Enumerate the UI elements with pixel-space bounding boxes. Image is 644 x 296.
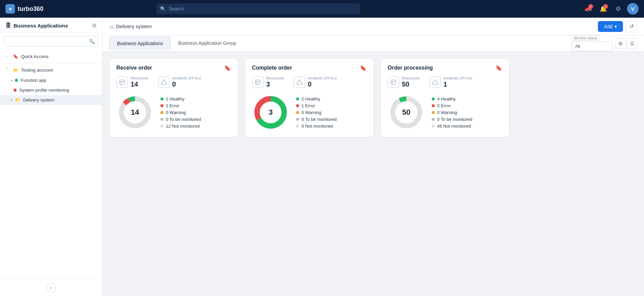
order-processing-incidents-value: 1 bbox=[444, 80, 472, 88]
testing-account-label: Testing account bbox=[21, 68, 53, 73]
legend-warning: 0 Warning bbox=[160, 110, 201, 115]
main-layout: 🗄 Business Applications ⚙ 🔍 › 🔖 Quick Ac… bbox=[0, 18, 644, 296]
receive-order-donut-total: 14 bbox=[131, 108, 139, 117]
order-processing-bookmark-icon[interactable]: 🔖 bbox=[495, 65, 502, 71]
sidebar-item-quick-access[interactable]: › 🔖 Quick Access bbox=[0, 51, 102, 62]
processing-healthy-dot bbox=[432, 97, 435, 100]
sidebar-gear-icon[interactable]: ⚙ bbox=[92, 22, 97, 29]
legend-healthy: 1 Healthy bbox=[160, 96, 201, 101]
order-processing-resources-label: Resources bbox=[402, 76, 420, 80]
notifications-bell-button[interactable]: 🔔 1 bbox=[597, 3, 609, 15]
not-monitored-label: 12 Not monitored bbox=[166, 124, 200, 129]
svg-rect-7 bbox=[255, 80, 260, 85]
sidebar-item-system-profile-monitoring[interactable]: System profile monitoring bbox=[0, 85, 102, 95]
add-button[interactable]: Add ▾ bbox=[598, 21, 623, 32]
processing-to-be-monitored-label: 0 To be monitored bbox=[437, 117, 472, 122]
order-processing-incidents-label: Incidents (24 hrs) bbox=[444, 76, 472, 80]
error-label: 1 Error bbox=[166, 103, 179, 108]
monitor-status-select[interactable]: All Healthy Error Warning Not monitored bbox=[571, 41, 613, 51]
main-header: 🗂 Delivery system Add ▾ ↺ bbox=[102, 18, 644, 35]
order-processing-resources: Resources 50 bbox=[388, 76, 420, 88]
complete-incidents-triangle-icon bbox=[294, 76, 305, 88]
list-view-button[interactable]: ☰ bbox=[627, 38, 637, 49]
card-complete-order-body: 3 2 Healthy 1 Error 0 Warn bbox=[252, 94, 367, 131]
receive-order-resources-label: Resources bbox=[131, 76, 149, 80]
tab-business-application-group[interactable]: Business Application Group bbox=[171, 36, 243, 51]
function-app-status-dot bbox=[15, 79, 18, 82]
search-icon: 🔍 bbox=[160, 6, 166, 12]
sidebar-search-container: 🔍 bbox=[0, 33, 102, 50]
receive-order-incidents: Incidents (24 hrs) 0 bbox=[158, 76, 201, 88]
complete-resources-box-icon bbox=[252, 76, 264, 88]
card-receive-order-body: 14 1 Healthy 1 Error 0 War bbox=[116, 94, 231, 131]
complete-order-incidents-value: 0 bbox=[308, 80, 337, 88]
complete-legend-not-monitored: 0 Not monitored bbox=[296, 124, 337, 129]
grid-view-button[interactable]: ⊞ bbox=[616, 38, 626, 49]
complete-order-resources: Resources 3 bbox=[252, 76, 284, 88]
monitor-status-label: Monitor status bbox=[571, 35, 600, 41]
sidebar-title-text: Business Applications bbox=[14, 23, 68, 29]
search-input[interactable] bbox=[157, 3, 360, 14]
card-order-processing-header: Order processing 🔖 bbox=[388, 65, 502, 71]
main-header-actions: Add ▾ ↺ bbox=[598, 21, 637, 32]
healthy-label: 1 Healthy bbox=[166, 96, 184, 101]
complete-error-label: 1 Error bbox=[301, 103, 315, 108]
logo-text: turbo360 bbox=[18, 5, 43, 13]
breadcrumb-icon: 🗂 bbox=[109, 24, 114, 29]
warning-label: 0 Warning bbox=[166, 110, 186, 115]
notifications-megaphone-button[interactable]: 📣 1 bbox=[582, 3, 594, 15]
sidebar-item-function-app[interactable]: › Function app bbox=[0, 75, 102, 85]
card-order-processing-stats: Resources 50 Incidents (24 hrs) 1 bbox=[388, 76, 502, 88]
sidebar-search-input[interactable] bbox=[4, 36, 98, 47]
avatar-label: V bbox=[631, 6, 635, 12]
order-processing-resources-value: 50 bbox=[402, 80, 420, 88]
processing-error-label: 0 Error bbox=[437, 103, 451, 108]
card-receive-order: Receive order 🔖 Resources 14 bbox=[109, 58, 238, 137]
receive-order-bookmark-icon[interactable]: 🔖 bbox=[224, 65, 231, 71]
card-order-processing: Order processing 🔖 Resources 50 bbox=[380, 58, 509, 137]
receive-order-resources-info: Resources 14 bbox=[131, 76, 149, 88]
grid-icon: ⊞ bbox=[619, 41, 623, 46]
refresh-button[interactable]: ↺ bbox=[626, 21, 637, 32]
delivery-system-label: Delivery system bbox=[23, 97, 54, 103]
sidebar-item-testing-account[interactable]: › 📁 Testing account bbox=[0, 65, 102, 75]
search-bar: 🔍 bbox=[157, 3, 360, 14]
complete-legend-error: 1 Error bbox=[296, 103, 337, 108]
delivery-system-chevron-icon: › bbox=[11, 97, 12, 103]
error-dot bbox=[160, 104, 163, 107]
processing-legend-warning: 0 Warning bbox=[432, 110, 472, 115]
sidebar: 🗄 Business Applications ⚙ 🔍 › 🔖 Quick Ac… bbox=[0, 18, 102, 296]
main-content: 🗂 Delivery system Add ▾ ↺ Business Appli… bbox=[102, 18, 644, 296]
processing-legend-not-monitored: 46 Not monitored bbox=[432, 124, 472, 129]
complete-order-bookmark-icon[interactable]: 🔖 bbox=[360, 65, 367, 71]
legend-not-monitored: 12 Not monitored bbox=[160, 124, 201, 129]
user-avatar-button[interactable]: V bbox=[627, 3, 639, 15]
sidebar-item-delivery-system[interactable]: › 📁 Delivery system bbox=[0, 95, 102, 105]
order-processing-donut-total: 50 bbox=[402, 108, 410, 117]
order-processing-incidents-info: Incidents (24 hrs) 1 bbox=[444, 76, 472, 88]
order-processing-resources-info: Resources 50 bbox=[402, 76, 420, 88]
logo-icon: ⌾ bbox=[5, 4, 15, 14]
tab-business-applications[interactable]: Business Applications bbox=[109, 36, 171, 50]
sidebar-navigation: › 🔖 Quick Access › 📁 Testing account › F… bbox=[0, 50, 102, 279]
svg-rect-12 bbox=[391, 80, 396, 85]
cards-area: Receive order 🔖 Resources 14 bbox=[102, 52, 644, 296]
add-chevron-down-icon: ▾ bbox=[614, 24, 617, 29]
complete-error-dot bbox=[296, 104, 299, 107]
card-order-processing-body: 50 4 Healthy 0 Error 0 War bbox=[388, 94, 502, 131]
function-app-label: Function app bbox=[21, 78, 46, 83]
complete-order-donut: 3 bbox=[252, 94, 289, 131]
list-icon: ☰ bbox=[630, 41, 635, 46]
testing-account-chevron-icon: › bbox=[6, 68, 10, 73]
sidebar-search-icon: 🔍 bbox=[89, 39, 95, 44]
complete-order-donut-total: 3 bbox=[269, 108, 273, 117]
delivery-system-folder-icon: 📁 bbox=[15, 97, 20, 103]
processing-incidents-triangle-icon bbox=[429, 76, 441, 88]
bell-badge: 1 bbox=[603, 4, 608, 9]
settings-button[interactable]: ⚙ bbox=[612, 3, 624, 15]
complete-to-be-monitored-dot bbox=[296, 118, 299, 121]
function-app-chevron-icon: › bbox=[11, 78, 12, 83]
logo: ⌾ turbo360 bbox=[5, 4, 43, 14]
sidebar-collapse-button[interactable]: ‹ bbox=[46, 283, 56, 293]
order-processing-legend: 4 Healthy 0 Error 0 Warning 0 To be bbox=[432, 96, 472, 129]
